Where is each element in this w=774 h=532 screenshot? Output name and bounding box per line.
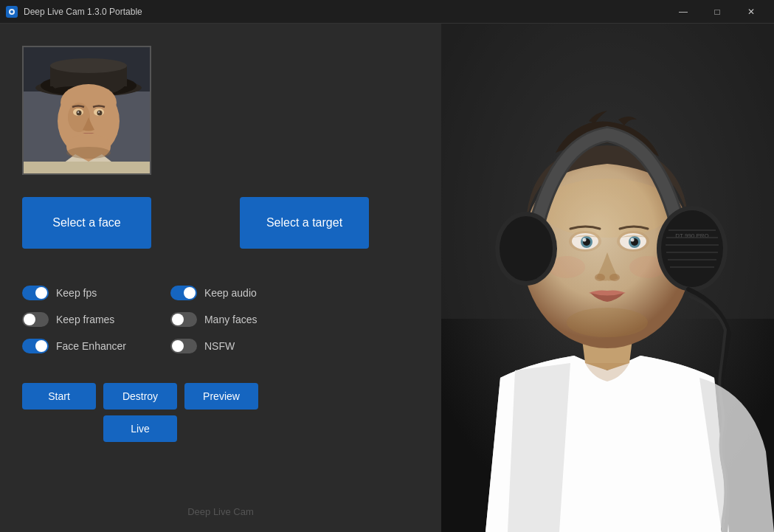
toggles-left-column: Keep fps Keep frames Face Enhancer <box>22 286 126 353</box>
app-icon <box>6 6 18 18</box>
svg-point-9 <box>50 58 127 73</box>
video-display: DT 990 PRO <box>441 24 774 532</box>
destroy-button[interactable]: Destroy <box>103 383 177 410</box>
title-bar: Deep Live Cam 1.3.0 Portable — □ ✕ <box>0 0 774 24</box>
keep-audio-toggle[interactable] <box>170 286 197 300</box>
many-faces-toggle[interactable] <box>170 312 197 327</box>
svg-point-37 <box>583 238 587 242</box>
svg-point-38 <box>631 238 635 242</box>
title-bar-left: Deep Live Cam 1.3.0 Portable <box>6 6 142 18</box>
keep-fps-label: Keep fps <box>56 287 97 299</box>
face-enhancer-toggle[interactable] <box>22 339 49 353</box>
destroy-live-group: Destroy Live <box>103 383 177 442</box>
select-face-button[interactable]: Select a face <box>22 197 151 249</box>
nsfw-label: NSFW <box>204 340 235 352</box>
toggle-keep-audio-row: Keep audio <box>170 286 258 300</box>
toggle-face-enhancer-row: Face Enhancer <box>22 339 126 353</box>
toggle-nsfw-row: NSFW <box>170 339 258 353</box>
face-thumbnail-area <box>22 46 419 175</box>
svg-point-43 <box>567 308 648 337</box>
svg-point-49 <box>661 210 723 287</box>
select-target-button[interactable]: Select a target <box>240 197 369 249</box>
nsfw-toggle[interactable] <box>170 339 197 353</box>
toggle-many-faces-row: Many faces <box>170 312 258 327</box>
face-enhancer-label: Face Enhancer <box>56 340 126 352</box>
svg-point-40 <box>609 274 620 281</box>
close-button[interactable]: ✕ <box>734 0 768 24</box>
watermark-text: Deep Live Cam <box>187 506 254 517</box>
window-title: Deep Live Cam 1.3.0 Portable <box>24 7 142 17</box>
svg-point-23 <box>66 147 111 159</box>
keep-fps-toggle[interactable] <box>22 286 49 300</box>
svg-point-19 <box>98 111 100 113</box>
keep-audio-label: Keep audio <box>204 287 257 299</box>
right-panel: DT 990 PRO <box>441 24 774 532</box>
main-layout: Select a face Select a target Keep fps K… <box>0 24 774 532</box>
minimize-button[interactable]: — <box>666 0 700 24</box>
live-button[interactable]: Live <box>103 415 177 442</box>
keep-frames-toggle[interactable] <box>22 312 49 327</box>
many-faces-label: Many faces <box>204 314 258 325</box>
svg-point-28 <box>541 179 674 238</box>
maximize-button[interactable]: □ <box>700 0 734 24</box>
keep-frames-label: Keep frames <box>56 314 114 325</box>
svg-point-18 <box>77 111 79 113</box>
watermark: Deep Live Cam <box>22 491 419 517</box>
svg-point-39 <box>595 274 605 281</box>
toggles-section: Keep fps Keep frames Face Enhancer Keep … <box>22 286 419 353</box>
toggles-right-column: Keep audio Many faces NSFW <box>170 286 258 353</box>
left-panel: Select a face Select a target Keep fps K… <box>0 24 441 532</box>
toggle-keep-fps-row: Keep fps <box>22 286 126 300</box>
svg-point-47 <box>500 216 553 281</box>
svg-point-17 <box>97 111 103 116</box>
start-button[interactable]: Start <box>22 383 96 410</box>
preview-button[interactable]: Preview <box>184 383 258 410</box>
action-buttons-row: Start Destroy Live Preview <box>22 383 419 442</box>
toggle-keep-frames-row: Keep frames <box>22 312 126 327</box>
face-thumbnail <box>22 46 151 175</box>
buttons-row: Select a face Select a target <box>22 197 419 249</box>
svg-point-16 <box>77 111 82 116</box>
svg-point-1 <box>10 10 13 13</box>
window-controls: — □ ✕ <box>666 0 768 24</box>
svg-rect-22 <box>24 162 151 175</box>
